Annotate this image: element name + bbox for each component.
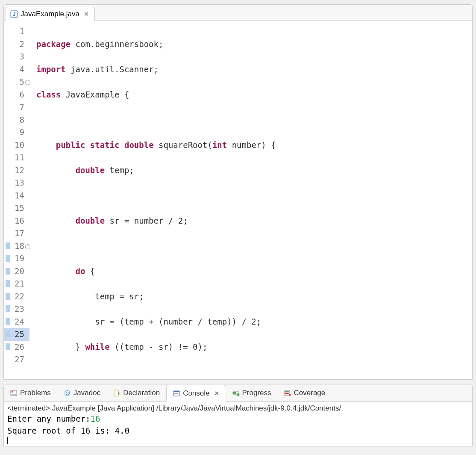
- line-number: 25: [4, 328, 29, 341]
- tab-console-label: Console: [183, 389, 209, 398]
- line-number: 21: [4, 278, 29, 290]
- tab-declaration[interactable]: Declaration: [107, 384, 166, 401]
- svg-rect-15: [285, 391, 289, 392]
- line-number: 16: [4, 215, 29, 228]
- svg-text:J: J: [13, 11, 16, 17]
- line-number: 12: [4, 164, 29, 177]
- line-number: 10: [4, 139, 29, 152]
- tab-coverage-label: Coverage: [294, 389, 326, 397]
- line-number: 2: [4, 38, 29, 51]
- line-number: 17: [4, 227, 29, 240]
- progress-icon: [232, 389, 240, 397]
- console-line: Square root of 16 is: 4.0: [7, 425, 469, 437]
- tab-coverage[interactable]: Coverage: [278, 384, 332, 401]
- console-line: Enter any number:16: [7, 413, 469, 425]
- line-number: 4: [4, 63, 29, 76]
- coverage-icon: [284, 389, 291, 397]
- svg-rect-2: [11, 390, 17, 396]
- line-number: 8: [4, 114, 29, 127]
- line-number: 11: [4, 151, 29, 164]
- problems-icon: [10, 389, 18, 397]
- line-number: 5: [4, 76, 29, 89]
- bottom-panel: Problems @ Javadoc Declaration Console ✕…: [3, 384, 473, 446]
- tab-javadoc-label: Javadoc: [73, 389, 100, 397]
- svg-rect-9: [174, 393, 178, 394]
- tab-declaration-label: Declaration: [123, 389, 160, 397]
- console-cursor: [7, 437, 469, 444]
- line-number: 20: [4, 265, 29, 278]
- bottom-tabs-bar: Problems @ Javadoc Declaration Console ✕…: [4, 384, 472, 402]
- svg-point-3: [12, 391, 13, 393]
- svg-rect-6: [114, 390, 118, 396]
- code-body[interactable]: package com.beginnersbook; import java.u…: [32, 21, 472, 379]
- console-output[interactable]: Enter any number:16 Square root of 16 is…: [7, 413, 469, 444]
- tab-javadoc[interactable]: @ Javadoc: [57, 384, 107, 401]
- line-number: 23: [4, 303, 29, 316]
- editor-tabs-bar: J JavaExample.java ✕: [4, 5, 472, 21]
- line-number: 14: [4, 189, 29, 202]
- code-editor[interactable]: 1234567891011121314151617181920212223242…: [4, 21, 472, 379]
- line-number: 3: [4, 50, 29, 63]
- svg-rect-12: [233, 392, 236, 394]
- javadoc-icon: @: [63, 389, 71, 397]
- java-file-icon: J: [10, 10, 18, 18]
- editor-panel: J JavaExample.java ✕ 1234567891011121314…: [3, 4, 473, 380]
- line-number: 19: [4, 252, 29, 265]
- line-number: 13: [4, 177, 29, 189]
- svg-rect-8: [173, 391, 179, 392]
- console-run-header: <terminated> JavaExample [Java Applicati…: [7, 404, 469, 413]
- svg-rect-4: [12, 394, 16, 395]
- console-body: <terminated> JavaExample [Java Applicati…: [4, 402, 472, 446]
- line-number: 7: [4, 101, 29, 114]
- tab-console[interactable]: Console ✕: [166, 385, 226, 402]
- editor-tab-javaexample[interactable]: J JavaExample.java ✕: [6, 7, 95, 21]
- line-number: 27: [4, 353, 29, 366]
- editor-tab-label: JavaExample.java: [21, 10, 79, 18]
- line-number: 1: [4, 25, 29, 38]
- line-number: 22: [4, 290, 29, 303]
- line-number-gutter: 1234567891011121314151617181920212223242…: [4, 21, 32, 379]
- svg-rect-17: [289, 394, 291, 396]
- line-number: 9: [4, 126, 29, 139]
- tab-progress-label: Progress: [242, 389, 271, 397]
- line-number: 24: [4, 316, 29, 328]
- tab-problems-label: Problems: [20, 389, 51, 397]
- line-number: 18: [4, 240, 29, 253]
- line-number: 26: [4, 341, 29, 354]
- line-number: 6: [4, 89, 29, 101]
- tab-problems[interactable]: Problems: [4, 384, 57, 401]
- line-number: 15: [4, 202, 29, 215]
- svg-text:@: @: [64, 390, 70, 396]
- svg-rect-10: [174, 395, 176, 395]
- console-icon: [173, 390, 180, 397]
- close-icon[interactable]: ✕: [212, 390, 220, 397]
- tab-progress[interactable]: Progress: [226, 384, 278, 401]
- close-icon[interactable]: ✕: [82, 10, 89, 18]
- declaration-icon: [113, 389, 120, 397]
